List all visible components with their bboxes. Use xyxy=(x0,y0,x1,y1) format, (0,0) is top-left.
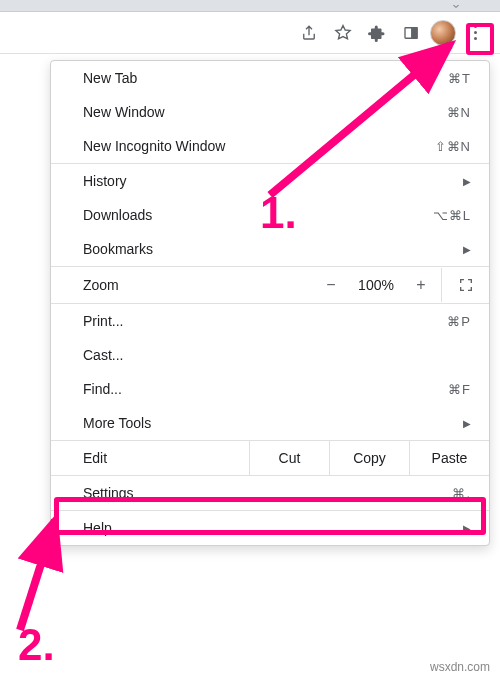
menu-item-shortcut: ⇧⌘N xyxy=(435,139,471,154)
menu-item-label: More Tools xyxy=(83,415,151,431)
menu-item-label: New Incognito Window xyxy=(83,138,225,154)
zoom-in-button[interactable]: + xyxy=(401,267,441,303)
submenu-arrow-icon: ▶ xyxy=(463,244,471,255)
sidepanel-icon[interactable] xyxy=(396,18,426,48)
menu-item-history[interactable]: History ▶ xyxy=(51,164,489,198)
menu-item-label: Downloads xyxy=(83,207,152,223)
menu-item-downloads[interactable]: Downloads ⌥⌘L xyxy=(51,198,489,232)
bookmark-star-icon[interactable] xyxy=(328,18,358,48)
menu-item-new-incognito[interactable]: New Incognito Window ⇧⌘N xyxy=(51,129,489,163)
menu-item-find[interactable]: Find... ⌘F xyxy=(51,372,489,406)
watermark: wsxdn.com xyxy=(430,660,490,674)
zoom-label: Zoom xyxy=(51,268,311,302)
share-icon[interactable] xyxy=(294,18,324,48)
menu-item-label: Cast... xyxy=(83,347,123,363)
menu-item-settings[interactable]: Settings ⌘, xyxy=(51,476,489,510)
menu-item-label: New Tab xyxy=(83,70,137,86)
menu-item-new-tab[interactable]: New Tab ⌘T xyxy=(51,61,489,95)
menu-item-new-window[interactable]: New Window ⌘N xyxy=(51,95,489,129)
menu-item-shortcut: ⌘T xyxy=(448,71,471,86)
menu-item-cast[interactable]: Cast... xyxy=(51,338,489,372)
menu-item-label: Settings xyxy=(83,485,134,501)
menu-item-shortcut: ⌘N xyxy=(447,105,471,120)
annotation-callout-2: 2. xyxy=(18,620,55,670)
menu-item-zoom: Zoom − 100% + xyxy=(51,267,489,303)
zoom-value: 100% xyxy=(351,268,401,302)
fullscreen-button[interactable] xyxy=(441,268,489,302)
menu-item-bookmarks[interactable]: Bookmarks ▶ xyxy=(51,232,489,266)
copy-button[interactable]: Copy xyxy=(329,441,409,475)
profile-avatar[interactable] xyxy=(430,20,456,46)
menu-item-label: Bookmarks xyxy=(83,241,153,257)
svg-rect-1 xyxy=(412,27,417,38)
submenu-arrow-icon: ▶ xyxy=(463,418,471,429)
browser-toolbar xyxy=(0,12,500,54)
menu-item-label: Print... xyxy=(83,313,123,329)
tab-strip xyxy=(0,0,500,12)
menu-item-shortcut: ⌥⌘L xyxy=(433,208,471,223)
menu-item-edit: Edit Cut Copy Paste xyxy=(51,440,489,475)
menu-item-label: History xyxy=(83,173,127,189)
submenu-arrow-icon: ▶ xyxy=(463,523,471,534)
edit-label: Edit xyxy=(51,441,249,475)
menu-item-shortcut: ⌘, xyxy=(452,486,471,501)
submenu-arrow-icon: ▶ xyxy=(463,176,471,187)
paste-button[interactable]: Paste xyxy=(409,441,489,475)
menu-item-help[interactable]: Help ▶ xyxy=(51,511,489,545)
extensions-icon[interactable] xyxy=(362,18,392,48)
menu-button[interactable] xyxy=(460,18,490,48)
menu-item-print[interactable]: Print... ⌘P xyxy=(51,304,489,338)
browser-menu: New Tab ⌘T New Window ⌘N New Incognito W… xyxy=(50,60,490,546)
menu-item-shortcut: ⌘P xyxy=(447,314,471,329)
cut-button[interactable]: Cut xyxy=(249,441,329,475)
menu-item-label: New Window xyxy=(83,104,165,120)
menu-item-label: Find... xyxy=(83,381,122,397)
menu-item-more-tools[interactable]: More Tools ▶ xyxy=(51,406,489,440)
zoom-out-button[interactable]: − xyxy=(311,267,351,303)
menu-item-label: Help xyxy=(83,520,112,536)
tab-dropdown-chevron[interactable] xyxy=(442,0,470,12)
menu-item-shortcut: ⌘F xyxy=(448,382,471,397)
